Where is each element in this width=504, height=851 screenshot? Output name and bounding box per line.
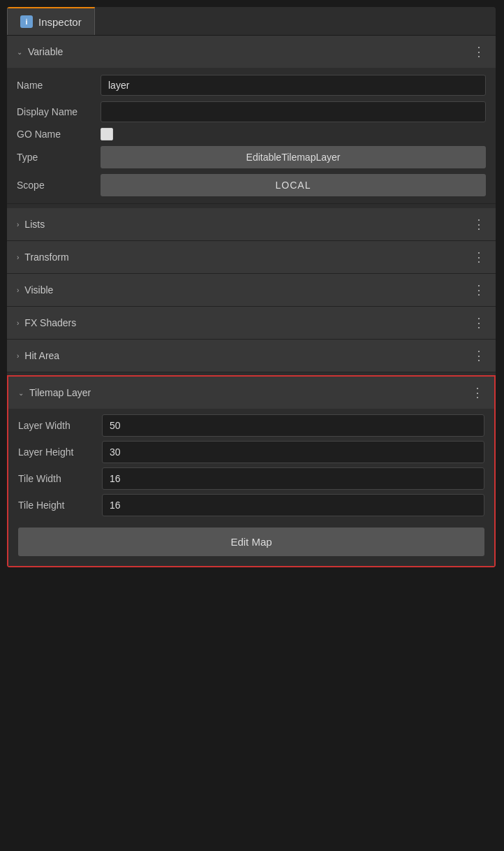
scope-button[interactable]: LOCAL <box>101 174 486 196</box>
chevron-down-icon: ⌄ <box>17 48 22 56</box>
visible-menu-icon[interactable]: ⋮ <box>473 282 486 298</box>
tile-width-input[interactable] <box>102 467 484 490</box>
variable-menu-icon[interactable]: ⋮ <box>473 44 486 59</box>
chevron-right-icon: › <box>17 221 19 228</box>
tile-height-input[interactable] <box>102 494 484 516</box>
type-label: Type <box>17 152 94 163</box>
chevron-right-icon: › <box>17 254 19 261</box>
scope-label: Scope <box>17 180 94 191</box>
tile-height-label: Tile Height <box>18 500 102 511</box>
visible-section-header[interactable]: › Visible ⋮ <box>7 274 496 306</box>
go-name-field-row: GO Name <box>17 128 486 140</box>
hit-area-menu-icon[interactable]: ⋮ <box>473 348 486 363</box>
variable-section-title: Variable <box>28 46 63 57</box>
tile-width-field-row: Tile Width <box>18 467 484 490</box>
name-label: Name <box>17 80 94 91</box>
transform-section-header[interactable]: › Transform ⋮ <box>7 241 496 273</box>
type-button[interactable]: EditableTilemapLayer <box>101 146 486 168</box>
fx-shaders-menu-icon[interactable]: ⋮ <box>473 315 486 330</box>
tilemap-section-content: Layer Width Layer Height Tile Width Tile… <box>8 409 494 522</box>
go-name-checkbox[interactable] <box>101 128 113 140</box>
display-name-label: Display Name <box>17 106 94 117</box>
go-name-label: GO Name <box>17 129 94 140</box>
scope-field-row: Scope LOCAL <box>17 174 486 196</box>
lists-menu-icon[interactable]: ⋮ <box>473 217 486 232</box>
tilemap-section-title: Tilemap Layer <box>29 387 91 398</box>
tab-bar: i Inspector <box>7 7 496 36</box>
transform-section-title: Transform <box>24 252 68 263</box>
transform-section: › Transform ⋮ <box>7 241 496 274</box>
layer-height-label: Layer Height <box>18 446 102 458</box>
tilemap-layer-section: ⌄ Tilemap Layer ⋮ Layer Width Layer Heig… <box>7 375 496 567</box>
variable-section: ⌄ Variable ⋮ Name Display Name GO <box>7 36 496 204</box>
layer-width-label: Layer Width <box>18 420 102 431</box>
chevron-right-icon: › <box>17 319 19 327</box>
name-field-row: Name <box>17 75 486 96</box>
name-input[interactable] <box>101 75 486 96</box>
display-name-input[interactable] <box>101 101 486 122</box>
display-name-field-row: Display Name <box>17 101 486 122</box>
transform-menu-icon[interactable]: ⋮ <box>473 249 486 265</box>
inspector-icon: i <box>20 15 33 28</box>
fx-shaders-section-title: FX Shaders <box>24 317 76 328</box>
visible-section: › Visible ⋮ <box>7 274 496 307</box>
variable-section-header[interactable]: ⌄ Variable ⋮ <box>7 36 496 68</box>
variable-section-content: Name Display Name GO Name Type EditableT… <box>7 68 496 203</box>
lists-section: › Lists ⋮ <box>7 208 496 241</box>
hit-area-section: › Hit Area ⋮ <box>7 340 496 372</box>
layer-width-input[interactable] <box>102 414 484 437</box>
tilemap-menu-icon[interactable]: ⋮ <box>471 385 484 400</box>
tilemap-section-header[interactable]: ⌄ Tilemap Layer ⋮ <box>8 377 494 409</box>
type-field-row: Type EditableTilemapLayer <box>17 146 486 168</box>
edit-map-button[interactable]: Edit Map <box>18 528 484 556</box>
lists-section-header[interactable]: › Lists ⋮ <box>7 208 496 240</box>
layer-height-field-row: Layer Height <box>18 441 484 463</box>
tile-width-label: Tile Width <box>18 473 102 484</box>
tab-inspector[interactable]: i Inspector <box>7 7 95 35</box>
visible-section-title: Visible <box>24 284 53 296</box>
chevron-right-icon: › <box>17 286 19 294</box>
tab-inspector-label: Inspector <box>38 16 82 28</box>
lists-section-title: Lists <box>24 219 45 230</box>
inspector-panel: i Inspector ⌄ Variable ⋮ Name <box>7 7 496 567</box>
layer-height-input[interactable] <box>102 441 484 463</box>
fx-shaders-section: › FX Shaders ⋮ <box>7 307 496 340</box>
chevron-down-icon: ⌄ <box>18 389 24 397</box>
chevron-right-icon: › <box>17 352 19 360</box>
layer-width-field-row: Layer Width <box>18 414 484 437</box>
hit-area-section-header[interactable]: › Hit Area ⋮ <box>7 340 496 372</box>
hit-area-section-title: Hit Area <box>24 350 59 361</box>
fx-shaders-section-header[interactable]: › FX Shaders ⋮ <box>7 307 496 339</box>
panel-content: ⌄ Variable ⋮ Name Display Name GO <box>7 36 496 567</box>
tile-height-field-row: Tile Height <box>18 494 484 516</box>
